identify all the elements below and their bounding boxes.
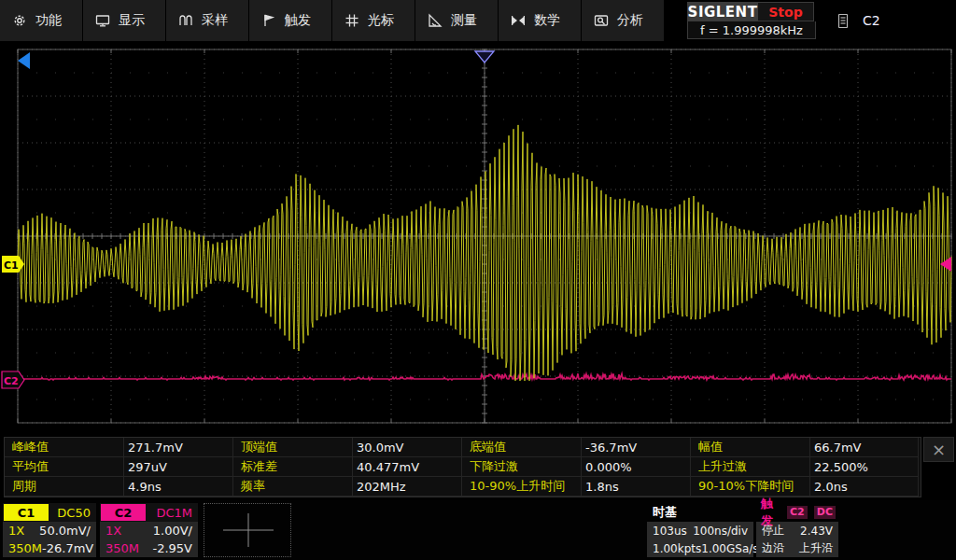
channel1-bandwidth: 350M (8, 541, 42, 555)
run-state-indicator[interactable]: Stop (758, 2, 814, 21)
menu-item-label: 功能 (35, 12, 62, 29)
measurement-label: 峰峰值 (5, 438, 124, 457)
channel1-attenuation: 1X (8, 524, 24, 538)
channel2-coupling: DC1M (147, 506, 198, 520)
menu-bar: 功能 显示 采样 触发 光标 (0, 0, 956, 41)
channel2-bandwidth: 350M (105, 541, 139, 555)
measurement-value: 297uV (124, 457, 233, 477)
channel1-offset: -26.7mV (42, 541, 93, 555)
timebase-delay: 103us (653, 525, 687, 538)
channel1-zero-marker[interactable]: C1 (2, 256, 24, 273)
menu-item-function[interactable]: 功能 (0, 0, 83, 41)
channel2-info-box[interactable]: C2 DC1M 1X1.00V/ 350M-2.95V (100, 503, 198, 557)
channel2-attenuation: 1X (105, 524, 121, 538)
menu-item-label: 触发 (285, 12, 311, 29)
measurement-close-button[interactable]: × (923, 437, 954, 462)
crosshair-widget[interactable] (204, 503, 291, 557)
menu-item-label: 数学 (534, 12, 560, 29)
svg-text:C1: C1 (4, 259, 19, 272)
measurement-label: 上升过激 (691, 457, 810, 477)
measurement-label: 顶端值 (233, 438, 353, 457)
menu-item-label: 光标 (368, 12, 394, 29)
measurement-label: 10-90%上升时间 (462, 477, 582, 497)
trigger-delay-marker[interactable] (18, 52, 30, 69)
menu-item-label: 分析 (617, 12, 643, 29)
trigger-type: 边沿 (762, 540, 784, 556)
menu-item-acquire[interactable]: 采样 (166, 0, 249, 41)
measurement-label: 平均值 (5, 457, 124, 477)
menu-item-label: 显示 (119, 12, 145, 29)
trigger-mode: 停止 (762, 523, 784, 539)
trigger-level: 2.43V (800, 525, 833, 538)
measurement-value: 1.8ns (582, 477, 691, 497)
clipboard-icon (836, 13, 850, 29)
trigger-position-marker[interactable] (475, 51, 494, 63)
frequency-counter: f = 1.999998kHz (687, 21, 816, 39)
close-icon: × (932, 440, 946, 459)
measurement-value: 4.9ns (124, 477, 233, 497)
crosshair-icon (204, 504, 292, 556)
timebase-points: 1.00kpts (653, 542, 701, 555)
channel1-scale: 50.0mV/ (39, 524, 91, 538)
menu-item-label: 测量 (451, 12, 477, 29)
menu-item-display[interactable]: 显示 (83, 0, 166, 41)
channel1-info-box[interactable]: C1 DC50 1X50.0mV/ 350M-26.7mV (3, 503, 96, 557)
display-icon (95, 13, 110, 28)
measurement-value: 30.0mV (353, 438, 462, 457)
menu-item-trigger[interactable]: 触发 (249, 0, 332, 41)
menu-item-cursors[interactable]: 光标 (332, 0, 415, 41)
active-channel-label: C2 (863, 13, 880, 28)
timebase-title: 时基 (653, 504, 677, 521)
waveform-display: C1 C2 (0, 41, 956, 437)
channel2-badge: C2 (101, 504, 146, 521)
sampling-icon (178, 13, 193, 28)
analysis-icon (594, 13, 609, 28)
trigger-slope: 上升沿 (799, 540, 833, 556)
measurement-label: 底端值 (462, 438, 582, 457)
active-channel-indicator[interactable]: C2 (836, 0, 880, 41)
measurement-label: 幅值 (691, 438, 810, 457)
measure-icon (428, 13, 443, 28)
measurement-value: 22.500% (810, 457, 919, 477)
trigger-flag-icon (261, 13, 276, 28)
bottom-status-bar: C1 DC50 1X50.0mV/ 350M-26.7mV C2 DC1M 1X… (0, 500, 956, 560)
oscilloscope-screen: 功能 显示 采样 触发 光标 (0, 0, 956, 560)
channel1-coupling: DC50 (49, 506, 96, 520)
measurement-label: 频率 (233, 477, 353, 497)
measurement-panel: 峰峰值 271.7mV 顶端值 30.0mV 底端值 -36.7mV 幅值 66… (4, 437, 921, 497)
measurement-label: 周期 (5, 477, 124, 497)
measurement-label: 标准差 (233, 457, 353, 477)
measurement-value: -36.7mV (582, 438, 691, 457)
measurement-value: 0.000% (582, 457, 691, 477)
cursor-icon (344, 13, 359, 28)
measurement-value: 2.0ns (810, 477, 919, 497)
math-icon (511, 13, 526, 28)
gear-icon (12, 13, 27, 28)
menu-item-math[interactable]: 数学 (499, 0, 582, 41)
measurement-value: 66.7mV (810, 438, 919, 457)
menu-item-measure[interactable]: 测量 (415, 0, 499, 41)
measurement-value: 40.477mV (353, 457, 462, 477)
measurement-label: 下降过激 (462, 457, 582, 477)
menu-item-label: 采样 (202, 12, 228, 29)
brand-and-state: SIGLENT Stop f = 1.999998kHz (687, 2, 816, 39)
channel2-offset: -2.95V (152, 541, 192, 555)
channel2-scale: 1.00V/ (153, 524, 192, 538)
menu-item-analysis[interactable]: 分析 (582, 0, 665, 41)
timebase-scale: 100ns/div (693, 525, 748, 538)
trigger-coupling-chip: DC (814, 506, 836, 519)
timebase-box[interactable]: 时基 103us100ns/div 1.00kpts1.00GSa/s (647, 503, 753, 557)
measurement-label: 90-10%下降时间 (691, 477, 810, 497)
trigger-source-chip: C2 (787, 506, 808, 519)
timebase-samplerate: 1.00GSa/s (701, 542, 758, 555)
siglent-logo: SIGLENT (687, 2, 758, 21)
trigger-box[interactable]: 触发 C2 DC 停止2.43V 边沿上升沿 (756, 503, 838, 557)
svg-text:C2: C2 (4, 375, 19, 387)
channel1-badge: C1 (4, 504, 49, 521)
measurement-value: 271.7mV (124, 438, 233, 457)
channel2-zero-marker[interactable]: C2 (2, 371, 24, 388)
measurement-value: 202MHz (353, 477, 462, 497)
